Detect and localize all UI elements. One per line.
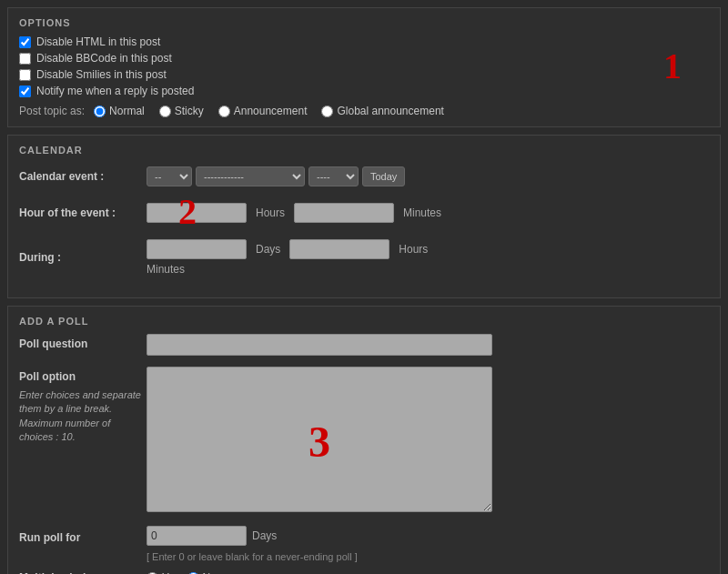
post-topic-row: Post topic as: Normal Sticky Announcemen… xyxy=(19,105,709,117)
poll-question-input[interactable] xyxy=(147,334,492,356)
hour-controls: Hours Minutes xyxy=(147,203,447,223)
radio-global: Global announcement xyxy=(321,105,443,117)
poll-textarea-wrapper: 3 xyxy=(147,367,492,515)
notify-reply-checkbox[interactable] xyxy=(19,86,31,97)
run-poll-input[interactable] xyxy=(147,526,247,546)
disable-bbcode-checkbox[interactable] xyxy=(19,53,31,65)
hours-input[interactable] xyxy=(147,203,247,223)
radio-announcement: Announcement xyxy=(218,105,308,117)
month-select[interactable]: ------------ xyxy=(196,166,305,186)
disable-bbcode-label: Disable BBCode in this post xyxy=(36,52,172,65)
calendar-controls: -- ------------ ---- Today xyxy=(147,166,405,186)
hour-event-row: Hour of the event : Hours Minutes xyxy=(19,199,709,227)
minutes-unit: Minutes xyxy=(403,206,441,219)
disable-bbcode-row: Disable BBCode in this post xyxy=(19,52,709,65)
year-select[interactable]: ---- xyxy=(308,166,359,186)
poll-question-row: Poll question xyxy=(19,334,709,356)
run-poll-row: Run poll for Days xyxy=(19,526,709,546)
poll-option-desc: Enter choices and separate them by a lin… xyxy=(19,383,147,445)
calendar-title: CALENDAR xyxy=(19,145,709,156)
radio-normal-input[interactable] xyxy=(94,106,106,117)
today-button[interactable]: Today xyxy=(362,166,405,186)
day-select[interactable]: -- xyxy=(147,166,192,186)
disable-smilies-checkbox[interactable] xyxy=(19,69,31,81)
radio-normal: Normal xyxy=(94,105,145,117)
options-title: OPTIONS xyxy=(19,17,709,28)
poll-title: ADD A POLL xyxy=(19,316,709,327)
notify-reply-row: Notify me when a reply is posted xyxy=(19,85,709,97)
radio-global-label: Global announcement xyxy=(337,105,443,117)
during-minutes-unit: Minutes xyxy=(147,263,185,276)
hours-unit: Hours xyxy=(256,206,285,219)
calendar-section: CALENDAR 2 Calendar event : -- ---------… xyxy=(7,135,721,298)
poll-option-row: Poll option Enter choices and separate t… xyxy=(19,367,709,515)
calendar-event-label: Calendar event : xyxy=(19,170,147,183)
poll-textarea[interactable] xyxy=(147,367,492,512)
minutes-input[interactable] xyxy=(294,203,394,223)
run-poll-label: Run poll for xyxy=(19,528,147,544)
during-hours-unit: Hours xyxy=(399,243,428,256)
post-topic-label: Post topic as: xyxy=(19,105,85,117)
radio-announcement-input[interactable] xyxy=(218,106,230,117)
poll-option-label: Poll option xyxy=(19,367,147,383)
radio-normal-label: Normal xyxy=(109,105,145,117)
run-poll-hint: [ Enter 0 or leave blank for a never-end… xyxy=(147,551,709,562)
radio-sticky-input[interactable] xyxy=(159,106,171,117)
notify-reply-label: Notify me when a reply is posted xyxy=(36,85,194,97)
options-section: OPTIONS 1 Disable HTML in this post Disa… xyxy=(7,7,721,127)
during-days-input[interactable] xyxy=(147,239,247,259)
run-poll-days-unit: Days xyxy=(252,529,277,542)
disable-smilies-row: Disable Smilies in this post xyxy=(19,68,709,81)
disable-html-label: Disable HTML in this post xyxy=(36,35,160,48)
disable-html-row: Disable HTML in this post xyxy=(19,35,709,48)
poll-question-label: Poll question xyxy=(19,334,147,350)
poll-section: ADD A POLL Poll question Poll option Ent… xyxy=(7,306,721,574)
during-label: During : xyxy=(19,251,147,264)
radio-global-input[interactable] xyxy=(321,106,333,117)
radio-announcement-label: Announcement xyxy=(234,105,308,117)
during-hours-input[interactable] xyxy=(289,239,389,259)
hour-event-label: Hour of the event : xyxy=(19,206,147,219)
during-row: During : Days Hours Minutes xyxy=(19,236,709,279)
during-controls-1: Days Hours xyxy=(147,239,433,259)
calendar-event-row: Calendar event : -- ------------ ---- To… xyxy=(19,163,709,190)
radio-sticky-label: Sticky xyxy=(175,105,204,117)
disable-html-checkbox[interactable] xyxy=(19,36,31,48)
during-controls-2: Minutes xyxy=(147,263,433,276)
during-days-unit: Days xyxy=(256,243,280,256)
disable-smilies-label: Disable Smilies in this post xyxy=(36,68,167,81)
radio-sticky: Sticky xyxy=(159,105,204,117)
